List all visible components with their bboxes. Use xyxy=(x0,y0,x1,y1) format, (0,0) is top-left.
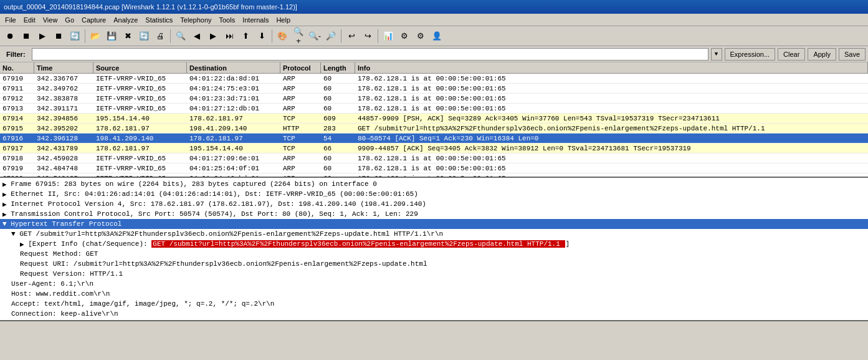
detail-expand[interactable]: ▶ xyxy=(2,180,7,188)
detail-row[interactable]: ▼ Hypertext Transfer Protocol xyxy=(0,219,868,229)
detail-row[interactable]: ▶ Ethernet II, Src: 04:01:26:ad:14:01 (0… xyxy=(0,189,868,199)
detail-expand[interactable]: ▶ xyxy=(2,240,24,248)
detail-expand[interactable]: ▼ xyxy=(2,220,7,228)
detail-row[interactable]: Request Version: HTTP/1.1 xyxy=(0,269,868,279)
toolbar-goto-btn[interactable]: ⏭ xyxy=(222,29,237,44)
detail-expand[interactable]: ▶ xyxy=(2,200,7,208)
packet-row[interactable]: 67914 342.394856 195.154.14.40 178.62.18… xyxy=(0,114,868,124)
detail-expand[interactable]: ▶ xyxy=(2,210,7,218)
packet-row[interactable]: 67910 342.336767 IETF-VRRP-VRID_65 04:01… xyxy=(0,74,868,84)
packet-row[interactable]: 67916 342.396128 198.41.209.140 178.62.1… xyxy=(0,134,868,144)
toolbar-zoom-in-btn[interactable]: 🔍+ xyxy=(291,29,306,44)
title-bar: output_00004_20140918194844.pcap [Wiresh… xyxy=(0,0,868,14)
menu-internals[interactable]: Internals xyxy=(239,15,272,25)
expression-button[interactable]: Expression... xyxy=(725,48,776,61)
detail-row[interactable]: Accept: text/html, image/gif, image/jpeg… xyxy=(0,299,868,309)
detail-text: User-Agent: 6.1;\r\n xyxy=(11,280,93,288)
cell-time: 342.394856 xyxy=(34,114,93,123)
toolbar-last-btn[interactable]: ⬇ xyxy=(254,29,269,44)
menu-analyze[interactable]: Analyze xyxy=(110,15,141,25)
detail-row[interactable]: Connection: keep-alive\r\n xyxy=(0,309,868,319)
cell-len: 60 xyxy=(321,173,355,178)
menu-file[interactable]: File xyxy=(1,15,20,25)
detail-row[interactable]: Request URI: /submit?url=http%3A%2F%2Fth… xyxy=(0,259,868,269)
toolbar-reload-btn[interactable]: 🔄 xyxy=(136,29,151,44)
detail-row[interactable]: Host: www.reddit.com\r\n xyxy=(0,289,868,299)
toolbar-open-btn[interactable]: 📂 xyxy=(88,29,103,44)
toolbar-print-btn[interactable]: 🖨 xyxy=(153,29,168,44)
detail-expand[interactable]: ▼ xyxy=(2,230,16,238)
cell-dst: 04:01:24:75:e3:01 xyxy=(187,84,280,93)
packet-row[interactable]: 67920 342.518125 IETF-VRRP-VRID_65 04:01… xyxy=(0,173,868,178)
menu-view[interactable]: View xyxy=(39,15,62,25)
detail-row[interactable]: Request Method: GET xyxy=(0,249,868,259)
cell-no: 67911 xyxy=(0,84,34,93)
toolbar-decode-btn[interactable]: ⚙ xyxy=(397,29,412,44)
detail-row[interactable]: ▶ Transmission Control Protocol, Src Por… xyxy=(0,209,868,219)
packet-row[interactable]: 67919 342.484748 IETF-VRRP-VRID_65 04:01… xyxy=(0,163,868,173)
clear-button[interactable]: Clear xyxy=(778,48,805,61)
toolbar-interface-btn[interactable]: ⏺ xyxy=(2,29,17,44)
toolbar-restart-btn[interactable]: 🔄 xyxy=(67,29,82,44)
cell-src: IETF-VRRP-VRID_65 xyxy=(93,153,187,163)
cell-len: 609 xyxy=(321,114,355,123)
toolbar-close-btn[interactable]: ✖ xyxy=(120,29,135,44)
detail-row[interactable]: ▶ [Expert Info (chat/Sequence): GET /sub… xyxy=(0,239,868,249)
detail-row[interactable]: ▼ GET /submit?url=http%3A%2F%2Fthundersp… xyxy=(0,229,868,239)
packet-list-header: No. Time Source Destination Protocol Len… xyxy=(0,62,868,74)
detail-row[interactable]: User-Agent: 6.1;\r\n xyxy=(0,279,868,289)
toolbar-colorize-btn[interactable]: 🎨 xyxy=(275,29,290,44)
col-header-src: Source xyxy=(93,62,187,73)
packet-row[interactable]: 67912 342.383878 IETF-VRRP-VRID_65 04:01… xyxy=(0,94,868,104)
menu-go[interactable]: Go xyxy=(61,15,78,25)
detail-text: Request URI: /submit?url=http%3A%2F%2Fth… xyxy=(20,260,427,268)
detail-row[interactable]: ▶ Internet Protocol Version 4, Src: 178.… xyxy=(0,199,868,209)
menu-tools[interactable]: Tools xyxy=(216,15,239,25)
toolbar-zoom-normal-btn[interactable]: 🔎 xyxy=(323,29,338,44)
toolbar-back-btn[interactable]: ↩ xyxy=(344,29,359,44)
menu-capture[interactable]: Capture xyxy=(78,15,110,25)
cell-proto: ARP xyxy=(280,173,321,178)
toolbar-zoom-out-btn[interactable]: 🔍- xyxy=(307,29,322,44)
toolbar-options-btn[interactable]: ⏹ xyxy=(19,29,34,44)
toolbar-save-btn[interactable]: 💾 xyxy=(104,29,119,44)
detail-row[interactable]: ▶ Frame 67915: 283 bytes on wire (2264 b… xyxy=(0,179,868,189)
cell-no: 67920 xyxy=(0,173,34,178)
packet-row[interactable]: 67913 342.391171 IETF-VRRP-VRID_65 04:01… xyxy=(0,104,868,114)
toolbar-start-btn[interactable]: ▶ xyxy=(35,29,50,44)
apply-button[interactable]: Apply xyxy=(808,48,836,61)
packet-row[interactable]: 67915 342.395202 178.62.181.97 198.41.20… xyxy=(0,124,868,134)
toolbar-first-btn[interactable]: ⬆ xyxy=(238,29,253,44)
toolbar-next-btn[interactable]: ▶ xyxy=(206,29,221,44)
detail-row[interactable]: \r\n xyxy=(0,319,868,321)
toolbar-profile-btn[interactable]: 👤 xyxy=(429,29,444,44)
toolbar-prev-btn[interactable]: ◀ xyxy=(189,29,204,44)
toolbar-stop-btn[interactable]: ⏹ xyxy=(51,29,66,44)
cell-proto: TCP xyxy=(280,144,321,153)
packet-row[interactable]: 67911 342.349762 IETF-VRRP-VRID_65 04:01… xyxy=(0,84,868,94)
toolbar-prefs-btn[interactable]: ⚙ xyxy=(413,29,428,44)
menu-statistics[interactable]: Statistics xyxy=(141,15,176,25)
col-header-len: Length xyxy=(321,62,355,73)
toolbar-sep2 xyxy=(170,29,171,43)
packet-row[interactable]: 67918 342.459028 IETF-VRRP-VRID_65 04:01… xyxy=(0,153,868,163)
cell-info: 9909-44857 [ACK] Seq=3405 Ack=3832 Win=3… xyxy=(355,144,868,153)
detail-expand[interactable]: ▶ xyxy=(2,190,7,198)
menu-edit[interactable]: Edit xyxy=(20,15,39,25)
menu-telephony[interactable]: Telephony xyxy=(176,15,215,25)
detail-text: Host: www.reddit.com\r\n xyxy=(11,290,110,298)
cell-no: 67913 xyxy=(0,104,34,113)
cell-src: 178.62.181.97 xyxy=(93,144,187,153)
toolbar-find-btn[interactable]: 🔍 xyxy=(173,29,188,44)
packet-row[interactable]: 67917 342.431789 178.62.181.97 195.154.1… xyxy=(0,144,868,153)
filter-input[interactable] xyxy=(32,48,708,61)
cell-src: 198.41.209.140 xyxy=(93,134,187,143)
menu-help[interactable]: Help xyxy=(272,15,294,25)
save-button[interactable]: Save xyxy=(839,48,866,61)
toolbar-sep5 xyxy=(378,29,378,43)
filter-dropdown[interactable]: ▼ xyxy=(711,48,722,61)
toolbar-expert-btn[interactable]: 📊 xyxy=(381,29,396,44)
toolbar-forward-btn[interactable]: ↪ xyxy=(360,29,375,44)
cell-no: 67915 xyxy=(0,124,34,133)
cell-no: 67912 xyxy=(0,94,34,103)
